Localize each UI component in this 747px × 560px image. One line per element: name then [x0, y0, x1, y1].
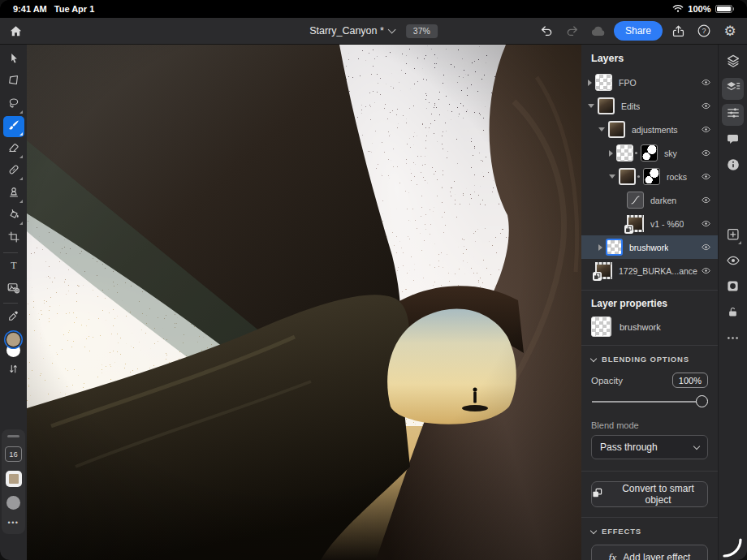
lasso-select-tool[interactable]: [3, 94, 24, 115]
brush-size-badge[interactable]: 16: [5, 446, 22, 462]
zoom-level-badge[interactable]: 37%: [406, 24, 438, 38]
layer-row-darken[interactable]: darken: [581, 188, 718, 212]
brush-opacity-control[interactable]: [6, 496, 20, 510]
clock: 9:41 AM: [13, 4, 47, 14]
flyout-corner-icon: [738, 241, 741, 244]
layer-visibility-toggle[interactable]: [697, 218, 711, 229]
add-layer-effect-button[interactable]: Add layer effect: [591, 545, 708, 560]
layer-row-adjustments[interactable]: adjustments: [581, 118, 718, 141]
layer-thumbnail: [608, 121, 625, 138]
lock-button[interactable]: [722, 303, 744, 325]
disclosure-triangle-icon[interactable]: [609, 150, 613, 157]
layers-expanded-button[interactable]: [722, 78, 744, 100]
layer-row-1729-burka-anced-nr33[interactable]: 1729_BURKA...anced-NR33: [581, 259, 718, 282]
layer-mask-button[interactable]: [722, 277, 744, 299]
place-image-tool[interactable]: [3, 278, 24, 299]
move-tool[interactable]: [3, 50, 24, 71]
layer-row-brushwork[interactable]: brushwork: [581, 235, 718, 259]
healing-brush-tool[interactable]: [3, 161, 24, 182]
layer-visibility-toggle[interactable]: [697, 77, 711, 88]
tool-divider: [3, 252, 18, 253]
export-icon[interactable]: [667, 20, 689, 41]
fill-tool[interactable]: [3, 205, 24, 226]
transform-tool[interactable]: [3, 71, 24, 93]
share-button[interactable]: Share: [614, 21, 663, 41]
layer-row-edits[interactable]: Edits: [581, 94, 718, 118]
layer-mask-thumbnail: [641, 144, 658, 162]
mask-link-icon: [637, 175, 640, 178]
layer-visibility-toggle[interactable]: [697, 195, 711, 205]
layer-visibility-toggle[interactable]: [697, 171, 711, 182]
convert-smart-object-button[interactable]: Convert to smart object: [591, 481, 708, 507]
add-layer-button[interactable]: [722, 225, 744, 247]
tool-rail: T 16: [0, 45, 27, 560]
layers-compact-button[interactable]: [722, 52, 744, 74]
more-brush-options-icon[interactable]: [8, 519, 19, 527]
help-button[interactable]: ?: [693, 20, 715, 41]
layer-row-v1-60[interactable]: v1 - %60: [581, 212, 718, 235]
disclosure-triangle-icon[interactable]: [609, 174, 615, 179]
eraser-tool[interactable]: [3, 139, 24, 160]
cloud-sync-icon[interactable]: [588, 20, 609, 41]
disclosure-triangle-icon[interactable]: [588, 80, 592, 86]
layer-visibility-toggle[interactable]: [697, 148, 711, 158]
eyedropper-icon: [7, 310, 19, 325]
blending-options-header[interactable]: BLENDING OPTIONS: [581, 346, 718, 371]
lock-icon: [727, 306, 739, 321]
layer-visibility-toggle[interactable]: [697, 124, 711, 135]
layer-visibility-toggle[interactable]: [697, 242, 711, 252]
svg-text:T: T: [11, 260, 17, 271]
crop-tool[interactable]: [3, 228, 24, 249]
layer-visibility-toggle[interactable]: [697, 265, 711, 276]
layer-visibility-icon: [726, 253, 741, 271]
layer-row-sky[interactable]: sky: [581, 141, 718, 165]
undo-button[interactable]: [536, 20, 557, 41]
disclosure-triangle-icon[interactable]: [598, 244, 602, 251]
opacity-label: Opacity: [591, 376, 623, 386]
brush-color-swatch[interactable]: [6, 471, 22, 487]
layer-name: v1 - %60: [650, 219, 684, 229]
home-button[interactable]: [5, 20, 26, 41]
more-options-button[interactable]: [722, 329, 744, 351]
clone-stamp-tool[interactable]: [3, 183, 24, 205]
layer-name: brushwork: [629, 243, 668, 252]
eyedropper-tool[interactable]: [3, 307, 24, 328]
document-title-group[interactable]: Starry_Canyon * 37%: [309, 24, 438, 38]
layer-mask-icon: [726, 279, 740, 296]
layer-visibility-button[interactable]: [722, 251, 744, 273]
layer-thumbnail: [595, 262, 612, 279]
foreground-color-chip[interactable]: [6, 333, 20, 347]
layers-panel-title: Layers: [581, 45, 718, 71]
top-toolbar: Starry_Canyon * 37% Share ? ⚙: [0, 18, 747, 45]
info-button[interactable]: [722, 156, 744, 178]
redo-button[interactable]: [562, 20, 583, 41]
document-title[interactable]: Starry_Canyon *: [309, 25, 384, 37]
panel-drag-handle[interactable]: [7, 435, 19, 437]
effects-header[interactable]: EFFECTS: [581, 518, 718, 543]
layer-row-rocks[interactable]: rocks: [581, 165, 718, 188]
layer-properties-button[interactable]: [722, 104, 744, 126]
color-chips[interactable]: [6, 333, 20, 357]
placeimage-icon: [6, 281, 20, 298]
layer-row-fpo[interactable]: FPO: [581, 71, 718, 94]
brush-tool[interactable]: [3, 116, 24, 137]
settings-gear-button[interactable]: ⚙: [719, 20, 741, 41]
layer-name: 1729_BURKA...anced-NR33: [619, 266, 697, 276]
eraser-icon: [7, 141, 20, 157]
disclosure-triangle-icon[interactable]: [588, 104, 594, 108]
chevron-down-icon: [590, 355, 597, 361]
opacity-slider[interactable]: [592, 393, 707, 411]
swap-colors-button[interactable]: [7, 363, 19, 377]
type-tool[interactable]: T: [3, 256, 24, 278]
layer-visibility-toggle[interactable]: [697, 101, 711, 111]
opacity-slider-knob[interactable]: [696, 395, 708, 407]
opacity-value[interactable]: 100%: [672, 373, 708, 388]
photoshop-ipad-window: 9:41 AM Tue Apr 1 100% Starry_Canyon * 3…: [0, 0, 747, 560]
smart-object-badge-icon: [593, 272, 602, 281]
disclosure-triangle-icon[interactable]: [598, 127, 605, 131]
blend-mode-select[interactable]: Pass through: [591, 435, 708, 459]
comments-button[interactable]: [722, 130, 744, 152]
type-icon: T: [7, 259, 20, 275]
canvas[interactable]: [27, 45, 581, 560]
layer-name: adjustments: [632, 125, 678, 135]
